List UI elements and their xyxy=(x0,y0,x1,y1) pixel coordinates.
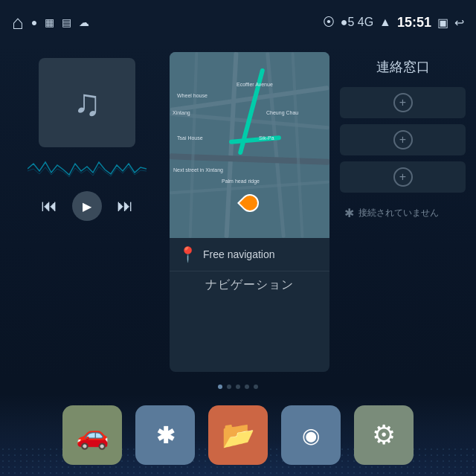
dock-settings-button[interactable]: ⚙ xyxy=(354,405,414,465)
storage-icon: ▤ xyxy=(62,16,71,28)
folder-icon: 📂 xyxy=(222,419,255,451)
map-label-4: Cheung Chau xyxy=(266,110,298,115)
home-icon[interactable]: ⌂ xyxy=(12,11,24,34)
signal-bars-icon: ▲ xyxy=(379,16,391,29)
map-label-5: Tsai House xyxy=(177,135,203,141)
map-label-3: Xintang xyxy=(173,110,190,115)
bluetooth-status: ✱ 接続されていません xyxy=(340,203,466,223)
map-display[interactable]: Wheel house Ecoffier Avenue Xintang Cheu… xyxy=(170,52,329,238)
dot-4[interactable] xyxy=(245,385,249,389)
music-controls: ⏮ ▶ ⏭ xyxy=(41,191,133,221)
location-icon: ⦿ xyxy=(323,16,335,29)
dot-2[interactable] xyxy=(227,385,231,389)
plus-icon-1: + xyxy=(399,96,406,109)
contacts-panel: 連絡窓口 + + + ✱ 接続されていません xyxy=(334,52,472,372)
contacts-title: 連絡窓口 xyxy=(340,58,466,80)
dot-3[interactable] xyxy=(236,385,240,389)
dock-car-button[interactable]: 🚗 xyxy=(62,405,122,465)
signal-icon: ●5 4G xyxy=(341,16,373,29)
music-panel: ♫ ⏮ ▶ ⏭ xyxy=(9,52,165,372)
dock-bluetooth-button[interactable]: ✱ xyxy=(135,405,195,465)
dock: 🚗 ✱ 📂 ◉ ⚙ xyxy=(0,394,476,476)
free-navigation-text: Free navigation xyxy=(203,248,275,260)
music-note-icon: ♫ xyxy=(73,81,101,124)
bluetooth-icon: ✱ xyxy=(344,206,354,220)
car-icon: 🚗 xyxy=(76,419,109,451)
waveform-display xyxy=(28,156,147,182)
next-button[interactable]: ⏭ xyxy=(117,196,133,216)
spotify-icon: ● xyxy=(31,16,37,28)
dock-chrome-button[interactable]: ◉ xyxy=(281,405,341,465)
bluetooth-status-text: 接続されていません xyxy=(358,207,439,219)
bluetooth-dock-icon: ✱ xyxy=(156,422,175,448)
plus-icon-3: + xyxy=(399,170,406,184)
main-content: ♫ ⏮ ▶ ⏭ xyxy=(0,45,476,379)
nav-pin-icon: 📍 xyxy=(178,245,197,263)
nav-subtitle: ナビゲーション xyxy=(170,271,329,299)
dot-1[interactable] xyxy=(218,385,222,389)
add-contact-2-icon: + xyxy=(393,130,413,149)
sim-icon: ▦ xyxy=(45,16,54,28)
album-art[interactable]: ♫ xyxy=(39,58,135,147)
screencast-icon: ▣ xyxy=(437,16,448,30)
contact-button-1[interactable]: + xyxy=(340,87,466,118)
map-label-7: Next street in Xintang xyxy=(173,167,223,173)
map-label-1: Wheel house xyxy=(177,93,208,98)
dot-5[interactable] xyxy=(254,385,258,389)
map-label-6: Sik-Pa xyxy=(259,135,274,141)
map-label-2: Ecoffier Avenue xyxy=(237,82,273,87)
settings-icon: ⚙ xyxy=(372,419,396,451)
prev-button[interactable]: ⏮ xyxy=(41,196,57,216)
plus-icon-2: + xyxy=(399,133,406,147)
back-icon[interactable]: ↩ xyxy=(454,16,464,30)
contact-button-2[interactable]: + xyxy=(340,124,466,155)
add-contact-1-icon: + xyxy=(393,93,413,112)
play-button[interactable]: ▶ xyxy=(72,191,102,221)
map-label-8: Palm head ridge xyxy=(222,178,260,184)
clock: 15:51 xyxy=(397,15,431,30)
nav-panel: Wheel house Ecoffier Avenue Xintang Cheu… xyxy=(170,52,329,372)
nav-info[interactable]: 📍 Free navigation xyxy=(170,238,329,271)
page-indicator xyxy=(0,379,476,394)
play-icon: ▶ xyxy=(83,199,91,213)
contact-button-3[interactable]: + xyxy=(340,161,466,193)
chrome-icon: ◉ xyxy=(302,423,320,448)
dock-folder-button[interactable]: 📂 xyxy=(208,405,268,465)
status-bar: ⌂ ● ▦ ▤ ☁ ⦿ ●5 4G ▲ 15:51 ▣ ↩ xyxy=(0,0,476,45)
cloud-icon: ☁ xyxy=(79,16,89,28)
add-contact-3-icon: + xyxy=(393,167,413,187)
